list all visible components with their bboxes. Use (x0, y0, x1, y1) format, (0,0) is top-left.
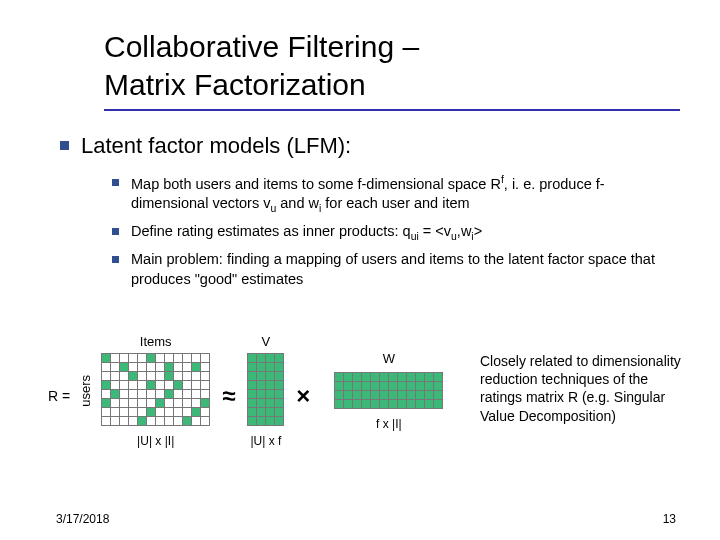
square-bullet-icon (112, 179, 119, 186)
factorization-diagram: R = users Items |U| x |I| ≈ V |U| x f × … (48, 334, 443, 448)
bullet-lvl2-2: Define rating estimates as inner product… (112, 222, 680, 244)
users-axis-label: users (78, 375, 93, 407)
w-label: W (383, 351, 395, 366)
items-axis-label: Items (140, 334, 172, 349)
matrix-v: V |U| x f (247, 334, 284, 448)
bullet-lvl2-3: Main problem: finding a mapping of users… (112, 250, 680, 289)
r-grid-icon (101, 353, 210, 426)
r-equals-label: R = (48, 388, 70, 404)
dim-w-label: f x |I| (376, 417, 402, 431)
dim-v-label: |U| x f (250, 434, 281, 448)
square-bullet-icon (60, 141, 69, 150)
footer-date: 3/17/2018 (56, 512, 109, 526)
dim-r-label: |U| x |I| (137, 434, 174, 448)
w-grid-icon (334, 372, 443, 409)
lvl2-text: Define rating estimates as inner product… (131, 222, 482, 244)
closing-note: Closely related to dimensionality reduct… (480, 352, 690, 425)
matrix-w: W f x |I| (334, 351, 443, 431)
bullet-lvl1: Latent factor models (LFM): (60, 133, 680, 159)
v-label: V (262, 334, 271, 349)
footer-page-number: 13 (663, 512, 676, 526)
approx-symbol: ≈ (222, 382, 235, 410)
v-grid-icon (247, 353, 284, 426)
lvl1-text: Latent factor models (LFM): (81, 133, 351, 159)
square-bullet-icon (112, 228, 119, 235)
times-symbol: × (296, 382, 310, 410)
bullet-lvl2-1: Map both users and items to some f-dimen… (112, 173, 680, 216)
slide-title: Collaborative Filtering – Matrix Factori… (104, 28, 680, 111)
square-bullet-icon (112, 256, 119, 263)
lvl2-text: Map both users and items to some f-dimen… (131, 173, 680, 216)
lvl2-text: Main problem: finding a mapping of users… (131, 250, 680, 289)
matrix-r: Items |U| x |I| (101, 334, 210, 448)
